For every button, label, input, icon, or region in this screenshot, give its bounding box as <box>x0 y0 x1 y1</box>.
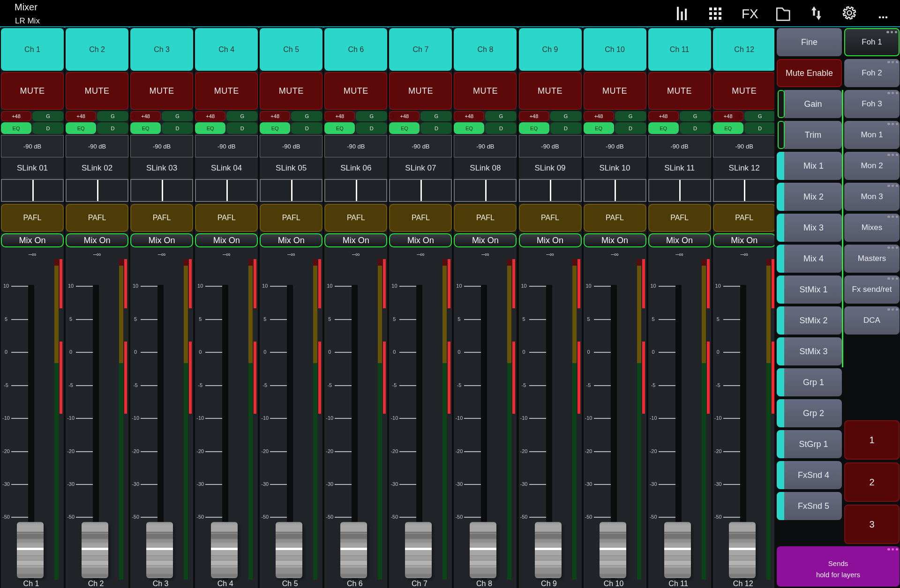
svg-text:FX: FX <box>742 7 758 21</box>
